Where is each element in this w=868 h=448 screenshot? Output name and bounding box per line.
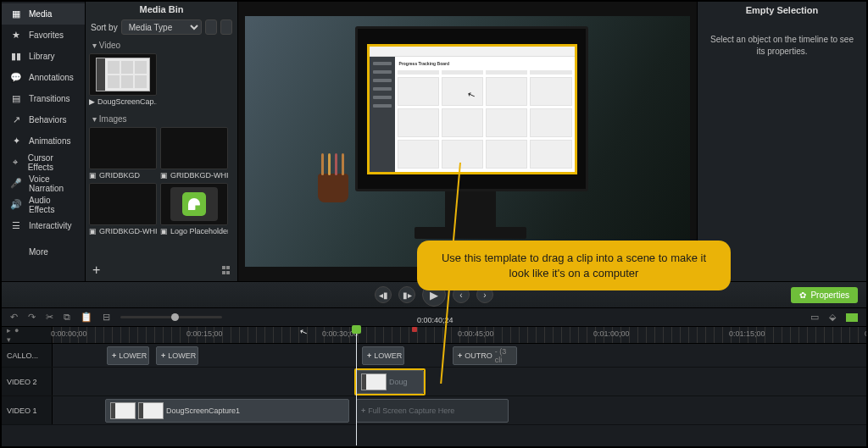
track-lane[interactable]: Doug <box>53 368 866 395</box>
properties-panel: Empty Selection Select an object on the … <box>697 2 866 281</box>
rail-label: Animations <box>29 136 70 146</box>
grid-view-button[interactable] <box>222 266 231 274</box>
transitions-icon: ▤ <box>10 93 22 104</box>
image-icon: ▣ <box>160 227 168 235</box>
zoom-slider[interactable] <box>120 316 222 318</box>
magnet-button[interactable]: ⬙ <box>829 312 836 323</box>
rail-label: Audio Effects <box>29 196 76 214</box>
copy-button[interactable]: ⧉ <box>64 312 70 323</box>
annotation-icon: 💬 <box>10 72 22 83</box>
clip-outro[interactable]: +OUTRO- (3 cli <box>453 346 517 365</box>
rail-library[interactable]: ▮▮ Library <box>2 46 85 67</box>
rail-voice-narration[interactable]: 🎤 Voice Narration <box>2 173 85 194</box>
rail-behaviors[interactable]: ↗ Behaviors <box>2 109 85 130</box>
collapse-icon[interactable]: ▸ <box>7 326 11 335</box>
rail-label: Library <box>29 52 55 61</box>
media-icon: ▦ <box>10 8 22 19</box>
ruler-tick-label: 0:00:15;00 <box>186 329 223 338</box>
ruler-tick-label: 0:00:45;00 <box>458 329 494 338</box>
image-icon: ▣ <box>89 227 97 235</box>
media-item-image[interactable]: ▣Logo Placeholder <box>160 183 228 235</box>
clip-lower[interactable]: +LOWER <box>156 346 198 365</box>
video-icon: ▶ <box>89 97 95 106</box>
rail-cursor-effects[interactable]: ⌖ Cursor Effects <box>2 152 85 173</box>
clip-lower[interactable]: +LOWER <box>107 346 149 365</box>
ruler-tick-label: 0:01:30;00 <box>865 329 868 338</box>
properties-message: Select an object on the timeline to see … <box>698 19 866 73</box>
speaker-icon: 🔊 <box>10 199 22 210</box>
media-item-image[interactable]: ▣GRIDBKGD-WHI... <box>160 127 228 180</box>
undo-button[interactable]: ↶ <box>10 312 18 323</box>
media-item-image[interactable]: ▣GRIDBKGD-WHI... <box>89 183 157 235</box>
redo-button[interactable]: ↷ <box>28 312 36 323</box>
cut-button[interactable]: ✂ <box>46 312 53 323</box>
images-section-header: ▾ Images <box>86 111 237 127</box>
sort-select[interactable]: Media Type <box>121 19 202 35</box>
rail-label: Annotations <box>29 73 74 82</box>
rail-annotations[interactable]: 💬 Annotations <box>2 67 85 88</box>
sort-filter-button[interactable] <box>220 19 232 35</box>
rail-label: Interactivity <box>29 221 72 230</box>
split-button[interactable]: ⊟ <box>103 312 110 323</box>
properties-title: Empty Selection <box>698 2 866 19</box>
rail-label: Favorites <box>29 30 64 40</box>
rail-label: Media <box>29 9 52 19</box>
pencil-cup <box>318 174 348 202</box>
playhead[interactable] <box>356 327 357 445</box>
prev-frame-button[interactable]: ◂▮ <box>375 286 392 303</box>
rail-audio-effects[interactable]: 🔊 Audio Effects <box>2 194 85 215</box>
clip-lower[interactable]: +LOWER <box>362 346 404 365</box>
ruler-tick-label: 0:01:00;00 <box>593 329 630 338</box>
rail-more[interactable]: More <box>2 241 85 263</box>
tool-rail: ▦ Media ★ Favorites ▮▮ Library 💬 Annotat… <box>2 2 86 281</box>
cursor-icon: ⌖ <box>10 157 21 168</box>
clip-video2[interactable]: Doug <box>356 370 424 394</box>
clip-placeholder[interactable]: +Full Screen Capture Here <box>356 399 509 423</box>
track-header[interactable]: VIDEO 2 <box>2 368 53 395</box>
properties-button[interactable]: ✿ Properties <box>791 287 858 303</box>
track-header[interactable]: CALLO... <box>2 344 53 367</box>
behaviors-icon: ↗ <box>10 114 22 125</box>
rail-transitions[interactable]: ▤ Transitions <box>2 88 85 109</box>
rail-favorites[interactable]: ★ Favorites <box>2 25 85 46</box>
paste-button[interactable]: 📋 <box>81 312 92 323</box>
next-frame-button[interactable]: ▮▸ <box>398 286 415 303</box>
board-title: Progress Tracking Board <box>399 61 449 66</box>
media-bin-panel: Media Bin Sort by Media Type ▾ Video ▶Do… <box>86 2 238 281</box>
star-icon: ★ <box>10 30 22 41</box>
lock-icon[interactable]: ● <box>14 326 19 335</box>
track-video2: VIDEO 2 Doug <box>2 368 866 396</box>
gear-icon: ✿ <box>799 290 806 300</box>
annotation-callout: Use this template to drag a clip into a … <box>417 241 731 290</box>
track-lane[interactable]: +LOWER +LOWER +LOWER +OUTRO- (3 cli <box>53 344 866 367</box>
ruler-tick-label: 0:01:15;00 <box>729 329 765 338</box>
dropzone-monitor-screen[interactable]: Progress Tracking Board ↖ <box>367 44 577 174</box>
timeline-tracks: CALLO... +LOWER +LOWER +LOWER +OUTRO- (3… <box>2 344 866 425</box>
rail-label: More <box>29 247 48 257</box>
clip-video1[interactable]: DougScreenCapture1 <box>105 399 349 423</box>
sort-direction-button[interactable] <box>205 19 217 35</box>
rail-interactivity[interactable]: ☰ Interactivity <box>2 215 85 236</box>
rail-label: Behaviors <box>29 115 66 124</box>
rail-label: Transitions <box>29 94 70 103</box>
rail-media[interactable]: ▦ Media <box>2 3 85 25</box>
add-media-button[interactable]: + <box>92 263 100 278</box>
sort-label: Sort by <box>91 23 118 32</box>
timeline-ruler[interactable]: ▸● ▾ 0:00:40;24 0:00:00;000:00:15;000:00… <box>2 327 866 344</box>
image-icon: ▣ <box>89 171 97 180</box>
playhead-timecode: 0:00:40;24 <box>417 316 453 324</box>
timeline-end-indicator <box>846 313 858 322</box>
video-section-header: ▾ Video <box>86 37 237 53</box>
chevron-icon[interactable]: ▾ <box>7 335 11 344</box>
media-item-image[interactable]: ▣GRIDBKGD <box>89 127 157 180</box>
mic-icon: 🎤 <box>10 178 22 189</box>
canvas-preview[interactable]: Progress Tracking Board ↖ <box>238 2 697 281</box>
ruler-tick-label: 0:00:00;00 <box>51 329 87 338</box>
track-lane[interactable]: DougScreenCapture1 +Full Screen Capture … <box>53 396 866 424</box>
library-icon: ▮▮ <box>10 51 22 62</box>
marker[interactable] <box>412 327 417 332</box>
track-header[interactable]: VIDEO 1 <box>2 396 53 424</box>
media-item-video[interactable]: ▶DougScreenCap... <box>89 53 157 106</box>
marker-toggle-button[interactable]: ▭ <box>810 312 819 323</box>
rail-animations[interactable]: ✦ Animations <box>2 130 85 152</box>
